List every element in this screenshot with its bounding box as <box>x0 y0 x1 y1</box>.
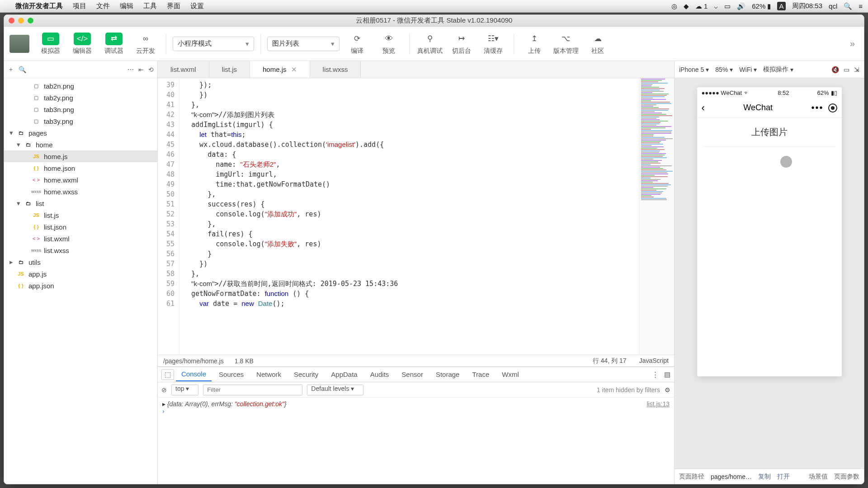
app-name[interactable]: 微信开发者工具 <box>15 2 63 10</box>
minimize-window-button[interactable] <box>18 18 24 23</box>
scene-value[interactable]: 场景值 <box>809 473 828 481</box>
more-icon[interactable]: ⋯ <box>127 66 134 73</box>
devtools-tab[interactable]: Sensor <box>396 368 429 381</box>
log-level-select[interactable]: Default levels ▾ <box>307 385 363 395</box>
tray-icon[interactable]: ◎ <box>671 2 677 10</box>
editor-tab[interactable]: list.wxss <box>310 61 361 78</box>
file-tree-item[interactable]: ▾🗀home <box>4 139 157 150</box>
editor-tab[interactable]: list.wxml <box>158 61 209 78</box>
code-editor[interactable]: 39 40 41 42 43 44 45 46 47 48 49 50 51 5… <box>158 78 674 355</box>
editor-tab[interactable]: home.js✕ <box>250 61 310 78</box>
maximize-window-button[interactable] <box>28 18 33 23</box>
inspect-icon[interactable]: ⬚ <box>161 369 174 380</box>
phone-page[interactable]: 上传图片 <box>697 118 842 376</box>
project-thumbnail[interactable] <box>9 35 29 53</box>
devtools-tab[interactable]: Console <box>176 367 212 381</box>
file-tree-item[interactable]: ▢tab2y.png <box>4 92 157 103</box>
context-select[interactable]: top ▾ <box>171 385 198 395</box>
language-mode[interactable]: JavaScript <box>639 357 669 365</box>
file-tree-item[interactable]: < >home.wxml <box>4 174 157 186</box>
notifications-icon[interactable]: ≡ <box>859 2 863 10</box>
devtools-tab[interactable]: Sources <box>213 368 249 381</box>
file-tree-item[interactable]: JSapp.js <box>4 268 157 280</box>
device-select[interactable]: iPhone 5 ▾ <box>679 66 709 73</box>
capsule-close-icon[interactable] <box>828 103 837 113</box>
dt-more-icon[interactable]: ⋮ <box>652 371 659 379</box>
devtools-tab[interactable]: Trace <box>467 368 495 381</box>
devtools-tab[interactable]: Network <box>251 368 287 381</box>
file-tree-item[interactable]: wxsshome.wxss <box>4 186 157 197</box>
background-button[interactable]: ↦切后台 <box>448 30 476 57</box>
volume-icon[interactable]: 🔊 <box>737 2 745 10</box>
file-tree[interactable]: ▢tab2n.png▢tab2y.png▢tab3n.png▢tab3y.png… <box>4 78 157 484</box>
file-tree-item[interactable]: ▾🗀list <box>4 197 157 209</box>
copy-path-link[interactable]: 复制 <box>758 473 771 481</box>
devtools-tab[interactable]: Storage <box>430 368 465 381</box>
wifi-icon[interactable]: ⌵ <box>714 2 718 10</box>
file-tree-item[interactable]: < >list.wxml <box>4 233 157 244</box>
user-menu[interactable]: qcl <box>829 2 837 10</box>
file-tree-item[interactable]: wxsslist.wxss <box>4 244 157 256</box>
devtools-tab[interactable]: AppData <box>326 368 363 381</box>
detach-icon[interactable]: ⇲ <box>854 66 859 73</box>
file-tree-item[interactable]: JSlist.js <box>4 209 157 221</box>
forum-button[interactable]: ☁社区 <box>584 30 612 57</box>
display-icon[interactable]: ▭ <box>724 2 731 10</box>
clear-cache-button[interactable]: ☷▾清缓存 <box>479 30 507 57</box>
rotate-icon[interactable]: ▭ <box>844 66 849 73</box>
file-tree-item[interactable]: ▢tab2n.png <box>4 80 157 92</box>
mute-icon[interactable]: 🔇 <box>831 66 839 73</box>
menu-edit[interactable]: 编辑 <box>120 2 133 10</box>
editor-button[interactable]: </>编辑器 <box>68 30 96 57</box>
menu-ui[interactable]: 界面 <box>167 2 180 10</box>
page-params[interactable]: 页面参数 <box>834 473 859 481</box>
zoom-select[interactable]: 85% ▾ <box>715 66 733 73</box>
new-file-icon[interactable]: ＋ <box>8 66 14 74</box>
tray-icon[interactable]: ◆ <box>684 2 689 10</box>
console-filter-input[interactable] <box>203 385 302 395</box>
log-source-link[interactable]: list.js:13 <box>646 400 670 408</box>
capsule-menu-icon[interactable]: ••• <box>811 103 823 113</box>
file-tree-item[interactable]: JShome.js <box>4 150 157 162</box>
refresh-icon[interactable]: ⟲ <box>148 66 154 73</box>
collapse-icon[interactable]: ⇤ <box>138 66 144 73</box>
file-tree-item[interactable]: ▸🗀utils <box>4 256 157 268</box>
menu-file[interactable]: 文件 <box>96 2 110 10</box>
menu-settings[interactable]: 设置 <box>190 2 204 10</box>
page-select[interactable]: 图片列表 <box>267 37 340 51</box>
upload-button[interactable]: ↥上传 <box>520 30 548 57</box>
network-select[interactable]: WiFi ▾ <box>739 66 757 73</box>
devtools-tab[interactable]: Wxml <box>496 368 524 381</box>
file-tree-item[interactable]: { }list.json <box>4 221 157 233</box>
menu-project[interactable]: 项目 <box>73 2 86 10</box>
file-tree-item[interactable]: { }home.json <box>4 162 157 174</box>
compile-button[interactable]: ⟳编译 <box>343 30 371 57</box>
minimap[interactable] <box>639 78 674 355</box>
cloud-button[interactable]: ∞云开发 <box>132 30 160 57</box>
preview-button[interactable]: 👁预览 <box>375 30 403 57</box>
menu-tool[interactable]: 工具 <box>143 2 157 10</box>
back-icon[interactable]: ‹ <box>702 102 705 114</box>
close-window-button[interactable] <box>9 18 14 23</box>
devtools-tab[interactable]: Security <box>288 368 324 381</box>
wechat-tray-icon[interactable]: ☁ 1 <box>695 2 708 10</box>
code-area[interactable]: }); }) }, "k-com">//添加到图片列表 addImgList(i… <box>179 78 639 355</box>
clear-console-icon[interactable]: ⊘ <box>161 386 167 394</box>
debugger-button[interactable]: ⇄调试器 <box>100 30 128 57</box>
version-button[interactable]: ⌥版本管理 <box>552 30 580 57</box>
remote-debug-button[interactable]: ⚲真机调试 <box>416 30 444 57</box>
sim-ops-select[interactable]: 模拟操作 ▾ <box>763 66 793 74</box>
clock[interactable]: 周四08:53 <box>792 2 823 10</box>
open-path-link[interactable]: 打开 <box>777 473 790 481</box>
console-output[interactable]: ▸ {data: Array(0), errMsg: "collection.g… <box>158 398 674 484</box>
mode-select[interactable]: 小程序模式 <box>173 37 254 51</box>
editor-tab[interactable]: list.js <box>209 61 250 78</box>
toolbar-overflow-icon[interactable]: » <box>846 35 859 52</box>
console-settings-icon[interactable]: ⚙ <box>665 386 670 394</box>
file-tree-item[interactable]: ▢tab3n.png <box>4 103 157 115</box>
spotlight-icon[interactable]: 🔍 <box>844 2 852 10</box>
file-tree-item[interactable]: ▢tab3y.png <box>4 115 157 127</box>
input-method-icon[interactable]: A <box>777 2 785 10</box>
simulator-button[interactable]: ▭模拟器 <box>37 30 65 57</box>
dt-settings-icon[interactable]: ▤ <box>664 371 670 379</box>
